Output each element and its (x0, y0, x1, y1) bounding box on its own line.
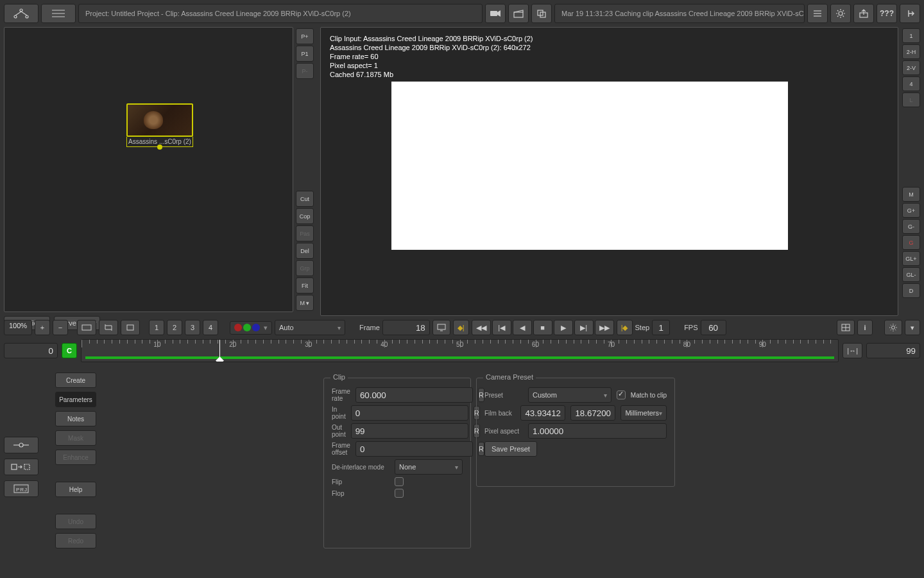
enhance-tab[interactable]: Enhance (55, 450, 96, 465)
play-button[interactable]: ▶ (554, 320, 573, 335)
gain-plus-button[interactable]: GL+ (902, 251, 920, 266)
monitor-icon-button[interactable] (432, 320, 450, 335)
gain-minus-button[interactable]: GL- (902, 267, 920, 282)
redo-button[interactable]: Redo (55, 533, 96, 548)
layout-l-button[interactable]: L (902, 92, 920, 107)
layout-2h-button[interactable]: 2-H (902, 44, 920, 59)
clip-node[interactable]: Assassins ...sC0rp (2) (126, 103, 193, 150)
channel-selector[interactable]: ▾ (230, 321, 272, 335)
step-back-button[interactable]: ◀ (513, 320, 532, 335)
node-graph-canvas[interactable]: Assassins ...sC0rp (2) (4, 27, 293, 312)
priority-minus-button[interactable]: P- (296, 63, 314, 79)
layout-1-button[interactable]: 1 (902, 28, 920, 43)
svg-point-1 (14, 15, 17, 18)
adjust-icon-button[interactable] (4, 437, 38, 453)
zoom-in-button[interactable]: + (35, 320, 50, 335)
node-graph-icon-button[interactable] (4, 4, 38, 23)
in-point-input[interactable] (351, 405, 468, 421)
frame-rate-input[interactable] (355, 387, 473, 403)
fit-range-icon-button[interactable]: |↔| (843, 343, 862, 358)
match-to-clip-checkbox[interactable] (617, 390, 626, 399)
m-dropdown-button[interactable]: M ▾ (296, 295, 314, 311)
step-fwd-button[interactable]: ▶| (574, 320, 594, 335)
delete-button[interactable]: Del (296, 243, 314, 259)
rewind-button[interactable]: ◀◀ (472, 320, 491, 335)
create-tab[interactable]: Create (55, 372, 96, 388)
gamma-minus-button[interactable]: G- (902, 219, 920, 234)
help-button[interactable]: ??? (877, 4, 897, 23)
layout-2v-button[interactable]: 2-V (902, 60, 920, 75)
priority-plus-button[interactable]: P+ (296, 28, 314, 44)
fps-input[interactable] (701, 320, 726, 335)
stop-button[interactable]: ■ (533, 320, 552, 335)
ffwd-button[interactable]: ▶▶ (595, 320, 614, 335)
view-4-button[interactable]: 4 (203, 320, 218, 335)
playhead[interactable] (219, 340, 220, 362)
crop-icon[interactable] (99, 320, 118, 335)
flop-checkbox[interactable] (395, 489, 404, 498)
view-2-button[interactable]: 2 (167, 320, 182, 335)
view-1-button[interactable]: 1 (149, 320, 164, 335)
deinterlace-select[interactable]: None (395, 459, 463, 475)
in-frame-input[interactable] (4, 343, 58, 358)
project-title-bar[interactable]: Project: Untitled Project - Clip: Assass… (78, 4, 483, 23)
dropdown-icon-button[interactable]: ▾ (905, 320, 920, 335)
auto-select[interactable]: Auto (275, 320, 345, 335)
group-button[interactable]: Grp (296, 260, 314, 276)
key-next-icon[interactable]: |◆ (617, 320, 633, 335)
fullframe-icon[interactable] (121, 320, 140, 335)
mask-m-button[interactable]: M (902, 187, 920, 202)
gear-icon-button[interactable] (884, 320, 902, 335)
fit-width-icon[interactable] (77, 320, 96, 335)
copy-button[interactable]: Cop (296, 208, 314, 224)
gamma-reset-button[interactable]: G (902, 235, 920, 250)
preset-select[interactable]: Custom (528, 387, 612, 403)
priority-1-button[interactable]: P1 (296, 46, 314, 62)
clapper-icon-button[interactable] (508, 4, 529, 23)
flip-checkbox[interactable] (395, 477, 404, 486)
preset-label: Preset (484, 392, 523, 399)
copy-icon-button[interactable] (531, 4, 552, 23)
panel-list-icon-button[interactable] (807, 4, 828, 23)
undo-button[interactable]: Undo (55, 514, 96, 529)
quit-icon-button[interactable] (900, 4, 920, 23)
paste-button[interactable]: Pas (296, 225, 314, 241)
parameters-tab[interactable]: Parameters (55, 392, 96, 407)
export-icon-button[interactable] (853, 4, 874, 23)
mask-tab[interactable]: Mask (55, 430, 96, 446)
pixel-aspect-input[interactable] (528, 423, 667, 439)
cache-toggle[interactable]: C (62, 343, 77, 358)
units-select[interactable]: Millimeters (620, 405, 667, 421)
timeline-ruler[interactable]: 102030405060708090 (81, 339, 839, 362)
step-input[interactable] (652, 320, 670, 335)
frame-offset-input[interactable] (355, 441, 473, 457)
save-preset-button[interactable]: Save Preset (484, 441, 537, 457)
default-button[interactable]: D (902, 283, 920, 298)
list-view-icon-button[interactable] (41, 4, 76, 23)
node-thumbnail[interactable] (126, 103, 193, 137)
project-icon-button[interactable]: PRJ (4, 480, 38, 497)
zoom-out-button[interactable]: − (53, 320, 68, 335)
key-prev-icon[interactable]: ◆| (453, 320, 469, 335)
frame-input[interactable] (382, 320, 430, 335)
help-tab[interactable]: Help (55, 482, 96, 497)
filmback-w-input[interactable] (520, 405, 565, 421)
settings-icon-button[interactable] (830, 4, 851, 23)
out-frame-input[interactable] (866, 343, 920, 358)
info-icon-button[interactable]: i (857, 320, 873, 335)
view-3-button[interactable]: 3 (185, 320, 200, 335)
node-output-port[interactable] (157, 144, 162, 150)
cut-button[interactable]: Cut (296, 191, 314, 207)
render-icon-button[interactable] (4, 459, 38, 475)
fit-button[interactable]: Fit (296, 277, 314, 293)
gamma-plus-button[interactable]: G+ (902, 203, 920, 218)
grid-icon-button[interactable] (837, 320, 855, 335)
out-point-input[interactable] (351, 423, 468, 439)
camera-icon-button[interactable] (485, 4, 506, 23)
layout-4-button[interactable]: 4 (902, 76, 920, 91)
prev-frame-button[interactable]: |◀ (492, 320, 511, 335)
zoom-field[interactable]: 100% (4, 320, 32, 335)
notes-tab[interactable]: Notes (55, 411, 96, 426)
filmback-h-input[interactable] (570, 405, 615, 421)
viewer-canvas[interactable]: Clip Input: Assassins Creed Lineage 2009… (320, 27, 898, 316)
